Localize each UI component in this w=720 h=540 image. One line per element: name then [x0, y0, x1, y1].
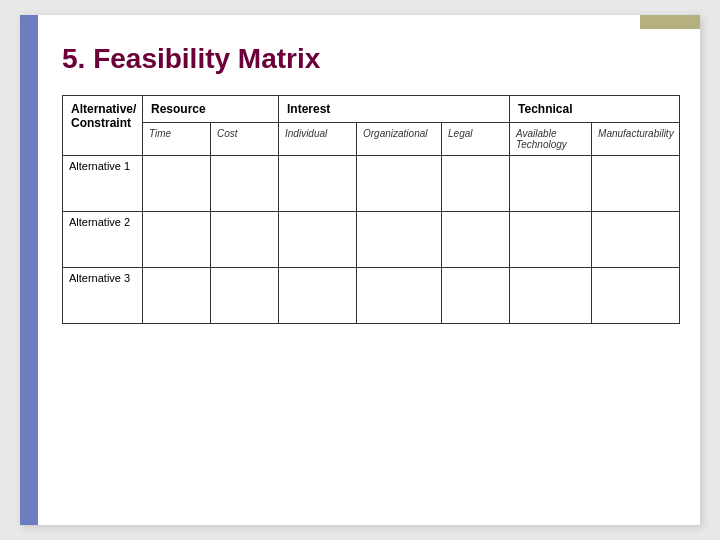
slide: 5. Feasibility Matrix Alternative/ Const…: [20, 15, 700, 525]
subheader-manufacturability: Manufacturability: [592, 123, 680, 156]
alt2-manufacturability: [592, 212, 680, 268]
alt1-organizational: [357, 156, 442, 212]
alt3-individual: [279, 268, 357, 324]
alt2-legal: [442, 212, 510, 268]
feasibility-matrix: Alternative/ Constraint Resource Interes…: [62, 95, 680, 324]
alt1-label: Alternative 1: [63, 156, 143, 212]
alt3-organizational: [357, 268, 442, 324]
header-technical: Technical: [510, 96, 680, 123]
subheader-time: Time: [143, 123, 211, 156]
alt1-legal: [442, 156, 510, 212]
table-row: Alternative 3: [63, 268, 680, 324]
alt3-label: Alternative 3: [63, 268, 143, 324]
group-header-row: Alternative/ Constraint Resource Interes…: [63, 96, 680, 123]
table-row: Alternative 1: [63, 156, 680, 212]
page-title: 5. Feasibility Matrix: [52, 43, 668, 75]
alt1-cost: [211, 156, 279, 212]
alt2-individual: [279, 212, 357, 268]
alt3-manufacturability: [592, 268, 680, 324]
alt2-label: Alternative 2: [63, 212, 143, 268]
header-interest: Interest: [279, 96, 510, 123]
table-row: Alternative 2: [63, 212, 680, 268]
subheader-legal: Legal: [442, 123, 510, 156]
alt1-time: [143, 156, 211, 212]
header-resource: Resource: [143, 96, 279, 123]
alt2-organizational: [357, 212, 442, 268]
matrix-container: Alternative/ Constraint Resource Interes…: [52, 95, 668, 324]
alt3-legal: [442, 268, 510, 324]
alt2-available-technology: [510, 212, 592, 268]
subheader-individual: Individual: [279, 123, 357, 156]
alt1-individual: [279, 156, 357, 212]
sub-header-row: Time Cost Individual Organizational Lega…: [63, 123, 680, 156]
alt3-available-technology: [510, 268, 592, 324]
alt2-cost: [211, 212, 279, 268]
alt1-available-technology: [510, 156, 592, 212]
header-alternative-constraint: Alternative/ Constraint: [63, 96, 143, 156]
alt1-manufacturability: [592, 156, 680, 212]
alt3-cost: [211, 268, 279, 324]
alt3-time: [143, 268, 211, 324]
subheader-available-technology: Available Technology: [510, 123, 592, 156]
subheader-cost: Cost: [211, 123, 279, 156]
alt2-time: [143, 212, 211, 268]
subheader-organizational: Organizational: [357, 123, 442, 156]
